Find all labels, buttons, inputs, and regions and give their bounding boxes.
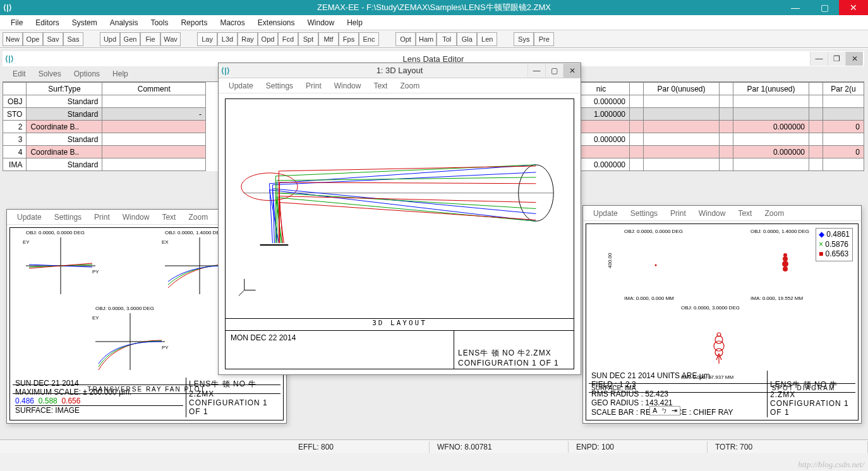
layout-maximize-button[interactable]: ▢ xyxy=(545,64,563,78)
lde-col-type: Surf:Type xyxy=(27,83,102,95)
lde-col-par2: Par 2(u xyxy=(823,83,864,95)
maximize-button[interactable]: ▢ xyxy=(810,0,839,15)
svg-text:PY: PY xyxy=(162,345,169,350)
tb-opt[interactable]: Opt xyxy=(395,32,416,46)
svg-text:OBJ: 0.0000, 1.4000 DEG: OBJ: 0.0000, 1.4000 DEG xyxy=(750,229,809,234)
layout-menu-settings[interactable]: Settings xyxy=(260,80,299,92)
lde-restore-button[interactable]: ❐ xyxy=(828,52,845,66)
spot-menu-window[interactable]: Window xyxy=(692,207,732,220)
rayfan-menu-print[interactable]: Print xyxy=(88,211,116,224)
rayfan-menu-zoom[interactable]: Zoom xyxy=(182,211,214,224)
lde-table-left[interactable]: Surf:Type Comment OBJStandard STOStandar… xyxy=(3,82,206,171)
status-effl: EFFL: 800 xyxy=(291,441,430,453)
svg-point-28 xyxy=(715,336,723,343)
lde-menu-help[interactable]: Help xyxy=(106,68,135,80)
menu-analysis[interactable]: Analysis xyxy=(104,16,144,29)
spot-menu-text[interactable]: Text xyxy=(732,207,758,220)
menu-editors[interactable]: Editors xyxy=(30,16,64,29)
tb-ray[interactable]: Ray xyxy=(238,32,258,46)
tb-fie[interactable]: Fie xyxy=(140,32,160,46)
svg-text:EY: EY xyxy=(92,315,99,321)
tb-ham[interactable]: Ham xyxy=(416,32,437,46)
menu-window[interactable]: Window xyxy=(302,16,341,29)
tb-len[interactable]: Len xyxy=(477,32,497,46)
tb-open[interactable]: Ope xyxy=(23,32,43,46)
lde-col-idx xyxy=(3,83,27,95)
layout-menu-window[interactable]: Window xyxy=(328,80,368,92)
close-button[interactable]: ✕ xyxy=(839,0,868,15)
lde-col-nic: nic xyxy=(573,83,630,95)
lde-menu-edit[interactable]: Edit xyxy=(6,68,32,80)
tb-opd[interactable]: Opd xyxy=(258,32,278,46)
lde-table-right[interactable]: nic Par 0(unused) Par 1(unused) Par 2(u … xyxy=(572,82,864,171)
spot-menu-settings[interactable]: Settings xyxy=(624,207,664,220)
tb-save[interactable]: Sav xyxy=(43,32,63,46)
lde-menu-solves[interactable]: Solves xyxy=(32,68,68,80)
layout-menu-print[interactable]: Print xyxy=(299,80,328,92)
menu-tools[interactable]: Tools xyxy=(145,16,174,29)
rayfan-menu-settings[interactable]: Settings xyxy=(48,211,88,224)
tb-tol[interactable]: Tol xyxy=(437,32,457,46)
spot-diagram-window[interactable]: Update Settings Print Window Text Zoom ◆… xyxy=(582,205,862,424)
layout-footer1: LENS牛 顿 NO 牛2.ZMX xyxy=(458,348,570,359)
tb-mtf[interactable]: Mtf xyxy=(318,32,339,46)
svg-text:OBJ: 0.0000, 3.0000 DEG: OBJ: 0.0000, 3.0000 DEG xyxy=(681,305,740,311)
rayfan-menu-update[interactable]: Update xyxy=(11,211,48,224)
lde-icon: ⟨|⟩ xyxy=(3,54,16,63)
svg-text:EX: EX xyxy=(162,239,169,245)
tb-upd[interactable]: Upd xyxy=(100,32,120,46)
tb-lay[interactable]: Lay xyxy=(197,32,217,46)
tb-sys[interactable]: Sys xyxy=(514,32,534,46)
tb-enc[interactable]: Enc xyxy=(359,32,379,46)
menu-macros[interactable]: Macros xyxy=(214,16,250,29)
menu-help[interactable]: Help xyxy=(341,16,368,29)
status-bar: EFFL: 800 WFNO: 8.00781 ENPD: 100 TOTR: … xyxy=(0,439,868,453)
layout-close-button[interactable]: ✕ xyxy=(563,64,581,78)
svg-text:400.00: 400.00 xyxy=(607,253,613,268)
svg-text:OBJ: 0.0000, 0.0000 DEG: OBJ: 0.0000, 0.0000 DEG xyxy=(26,230,85,236)
spot-menu-zoom[interactable]: Zoom xyxy=(758,207,790,220)
ime-toolbar[interactable]: A ㄅ ⇥ xyxy=(649,406,680,415)
lde-col-comment: Comment xyxy=(102,83,206,95)
rayfan-menu-text[interactable]: Text xyxy=(155,211,182,224)
layout-menu-zoom[interactable]: Zoom xyxy=(394,80,426,92)
menu-reports[interactable]: Reports xyxy=(175,16,213,29)
layout-menu-text[interactable]: Text xyxy=(367,80,394,92)
layout-3d-plot xyxy=(226,99,574,318)
tb-l3d[interactable]: L3d xyxy=(217,32,238,46)
spot-menu-print[interactable]: Print xyxy=(664,207,692,220)
svg-point-24 xyxy=(782,261,788,267)
rayfan-date: SUN DEC 21 2014 xyxy=(15,379,183,388)
tb-new[interactable]: New xyxy=(3,32,23,46)
tb-gla[interactable]: Gla xyxy=(457,32,477,46)
spot-menu-update[interactable]: Update xyxy=(587,207,624,220)
menu-system[interactable]: System xyxy=(66,16,103,29)
lde-menu-options[interactable]: Options xyxy=(68,68,106,80)
minimize-button[interactable]: — xyxy=(781,0,810,15)
tb-fcd[interactable]: Fcd xyxy=(278,32,298,46)
rayfan-scale: MAXIMUM SCALE: ± 200.000 µm. xyxy=(15,388,183,396)
app-title: ZEMAX-EE - F:\Study\ZEMAX\Samples\LENS牛顿… xyxy=(317,2,551,13)
tb-gen[interactable]: Gen xyxy=(120,32,140,46)
lde-minimize-button[interactable]: — xyxy=(810,52,828,66)
tb-saveas[interactable]: Sas xyxy=(63,32,83,46)
status-totr: TOTR: 700 xyxy=(708,441,868,453)
main-menubar: File Editors System Analysis Tools Repor… xyxy=(0,15,868,30)
layout-date: MON DEC 22 2014 xyxy=(231,333,449,342)
tb-spt[interactable]: Spt xyxy=(298,32,318,46)
tb-fps[interactable]: Fps xyxy=(339,32,359,46)
svg-text:OBJ: 0.0000, 3.0000 DEG: OBJ: 0.0000, 3.0000 DEG xyxy=(95,306,154,311)
layout-minimize-button[interactable]: — xyxy=(527,64,545,78)
layout-3d-window[interactable]: ⟨|⟩ 1: 3D Layout — ▢ ✕ Update Settings P… xyxy=(218,63,581,375)
menu-file[interactable]: File xyxy=(5,16,28,29)
tb-wav[interactable]: Wav xyxy=(160,32,181,46)
rayfan-menu-window[interactable]: Window xyxy=(116,211,156,224)
main-titlebar: ⟨|⟩ ZEMAX-EE - F:\Study\ZEMAX\Samples\LE… xyxy=(0,0,868,15)
lde-close-button[interactable]: ✕ xyxy=(845,52,863,66)
svg-point-26 xyxy=(783,253,787,257)
layout-menu-update[interactable]: Update xyxy=(222,80,260,92)
menu-extensions[interactable]: Extensions xyxy=(252,16,301,29)
tb-pre[interactable]: Pre xyxy=(534,32,554,46)
layout-footer2: CONFIGURATION 1 OF 1 xyxy=(458,359,570,367)
main-toolbar: New Ope Sav Sas Upd Gen Fie Wav Lay L3d … xyxy=(0,30,868,48)
